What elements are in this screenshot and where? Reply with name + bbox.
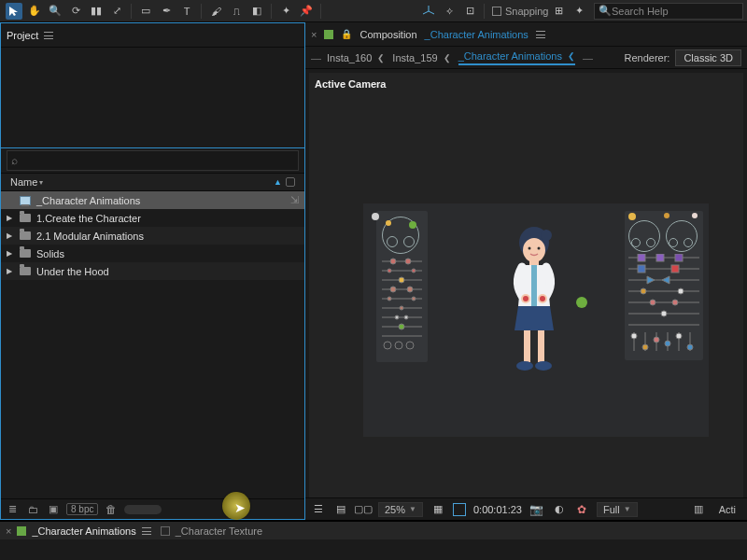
zoom-tool-icon[interactable]: 🔍 xyxy=(47,3,63,20)
puppet-tool-icon[interactable]: 📌 xyxy=(298,3,315,20)
help-search-input[interactable] xyxy=(612,6,739,17)
project-item-folder[interactable]: ▶ 1.Create the Character xyxy=(1,209,304,227)
svg-rect-34 xyxy=(671,265,679,273)
flowchart-icon[interactable]: ⇲ xyxy=(290,194,299,206)
fast-previews-icon[interactable]: ▥ xyxy=(691,502,706,517)
timeline-tab[interactable]: × _Character Animations xyxy=(6,525,151,537)
tab-close-icon[interactable]: × xyxy=(311,29,317,40)
project-tab[interactable]: Project xyxy=(7,30,53,41)
caret-left-icon[interactable]: ❮ xyxy=(444,53,451,63)
crumb-label: Insta_159 xyxy=(392,52,437,63)
twisty-icon[interactable]: ▶ xyxy=(7,267,14,275)
camera-tool-icon[interactable]: ▮▮ xyxy=(88,3,105,20)
resolution-dropdown[interactable]: Full▼ xyxy=(597,502,638,517)
rig-circle xyxy=(382,217,419,254)
axis-view-icon[interactable]: ⊡ xyxy=(461,3,478,20)
reset-exposure-icon[interactable]: ✿ xyxy=(574,502,589,517)
composition-name-link[interactable]: _Character Animations xyxy=(425,29,529,40)
pen-tool-icon[interactable]: ✒ xyxy=(158,3,175,20)
label-swatch-header xyxy=(286,177,295,187)
rig-subcircle xyxy=(646,238,655,247)
snap-opt-2-icon[interactable]: ✦ xyxy=(571,3,588,20)
svg-point-9 xyxy=(412,269,416,273)
project-search[interactable]: ⌕ xyxy=(7,150,299,171)
eraser-tool-icon[interactable]: ◧ xyxy=(248,3,265,20)
panel-menu-icon[interactable] xyxy=(536,31,545,38)
axis-world-icon[interactable]: ⟡ xyxy=(441,3,458,20)
hand-tool-icon[interactable]: ✋ xyxy=(26,3,43,20)
help-search[interactable]: 🔍 xyxy=(594,3,743,20)
project-empty-area xyxy=(1,280,304,498)
project-item-folder[interactable]: ▶ 2.1 Modular Animations xyxy=(1,227,304,245)
flow-crumb[interactable]: — Insta_160 ❮ xyxy=(311,52,385,63)
footer-slider[interactable] xyxy=(124,505,162,514)
project-column-header[interactable]: Name ▾ ▲ xyxy=(1,173,304,191)
show-channel-icon[interactable]: ◐ xyxy=(552,502,567,517)
snap-opt-1-icon[interactable]: ⊞ xyxy=(551,3,568,20)
timeline-tab[interactable]: _Character Texture xyxy=(161,525,262,537)
snapping-toggle[interactable]: Snapping xyxy=(492,6,549,17)
toolbar-separator xyxy=(484,4,485,19)
label-swatch xyxy=(324,30,333,39)
twisty-icon[interactable]: ▶ xyxy=(7,249,14,258)
trash-icon[interactable]: 🗑 xyxy=(104,502,119,517)
panel-menu-icon[interactable] xyxy=(44,32,53,39)
svg-point-40 xyxy=(641,288,646,294)
rig-handle xyxy=(372,213,379,220)
view-dropdown[interactable]: Acti xyxy=(713,503,741,516)
type-tool-icon[interactable]: T xyxy=(178,3,195,20)
rig-subcircle xyxy=(631,238,641,247)
pan-behind-tool-icon[interactable]: ⤢ xyxy=(108,3,125,20)
active-camera-label: Active Camera xyxy=(315,78,386,90)
brush-tool-icon[interactable]: 🖌 xyxy=(207,3,224,20)
project-item-folder[interactable]: ▶ Under the Hood xyxy=(1,262,304,280)
project-preview-area xyxy=(1,48,304,148)
current-time[interactable]: 0:00:01:23 xyxy=(473,504,522,515)
svg-point-62 xyxy=(523,238,545,262)
axis-local-icon[interactable] xyxy=(420,3,437,20)
selection-tool-icon[interactable] xyxy=(6,3,22,20)
always-preview-icon[interactable]: ☰ xyxy=(311,502,326,517)
bit-depth-toggle[interactable]: 8 bpc xyxy=(66,503,98,515)
snapshot-icon[interactable]: 📷 xyxy=(529,502,544,517)
column-options[interactable]: ▲ xyxy=(274,177,295,187)
crumb-label: _Character Animations xyxy=(458,50,562,62)
project-search-input[interactable] xyxy=(21,155,294,166)
toggle-transparency-icon[interactable]: ▤ xyxy=(333,502,348,517)
caret-left-icon[interactable]: ❮ xyxy=(568,51,575,61)
new-folder-icon[interactable]: 🗀 xyxy=(25,502,40,517)
svg-point-55 xyxy=(642,344,648,350)
twisty-icon[interactable]: ▶ xyxy=(7,231,14,240)
crumb-label: Insta_160 xyxy=(327,52,372,63)
twisty-icon[interactable]: ▶ xyxy=(7,214,14,222)
new-comp-icon[interactable]: ▣ xyxy=(46,502,61,517)
flow-crumb-active[interactable]: _Character Animations ❮ xyxy=(458,50,575,65)
clone-stamp-tool-icon[interactable]: ⎍ xyxy=(228,3,245,20)
resolution-value: Full xyxy=(603,504,620,515)
rig-dot-icon xyxy=(409,221,416,229)
project-item-comp[interactable]: ▶ _Character Animations ⇲ xyxy=(1,191,304,209)
item-label: 1.Create the Character xyxy=(36,213,141,224)
svg-point-58 xyxy=(676,333,682,339)
orbit-tool-icon[interactable]: ⟳ xyxy=(67,3,84,20)
tab-close-icon[interactable]: × xyxy=(6,525,11,537)
interpret-footage-icon[interactable]: ≣ xyxy=(5,502,20,517)
project-item-folder[interactable]: ▶ Solids xyxy=(1,245,304,262)
composition-tab-row: × 🔒 Composition _Character Animations xyxy=(305,22,747,47)
composition-viewer[interactable]: Active Camera xyxy=(309,73,743,497)
project-panel: Project ⌕ Name ▾ ▲ ▶ _Character Animatio… xyxy=(0,22,305,520)
caret-left-icon[interactable]: ❮ xyxy=(377,53,385,63)
flow-crumb[interactable]: Insta_159 ❮ xyxy=(392,52,450,63)
lock-icon[interactable]: 🔒 xyxy=(341,29,352,39)
toggle-mask-icon[interactable]: ▢▢ xyxy=(356,502,371,517)
region-of-interest-icon[interactable] xyxy=(453,503,466,516)
grid-options-icon[interactable]: ▦ xyxy=(430,502,445,517)
svg-point-72 xyxy=(516,361,533,371)
renderer-dropdown[interactable]: Classic 3D xyxy=(675,49,741,66)
svg-point-54 xyxy=(631,333,637,339)
rectangle-tool-icon[interactable]: ▭ xyxy=(137,3,154,20)
panel-menu-icon[interactable] xyxy=(142,527,151,535)
renderer-label: Renderer: xyxy=(625,52,670,63)
zoom-dropdown[interactable]: 25%▼ xyxy=(378,502,423,517)
roto-brush-tool-icon[interactable]: ✦ xyxy=(277,3,294,20)
